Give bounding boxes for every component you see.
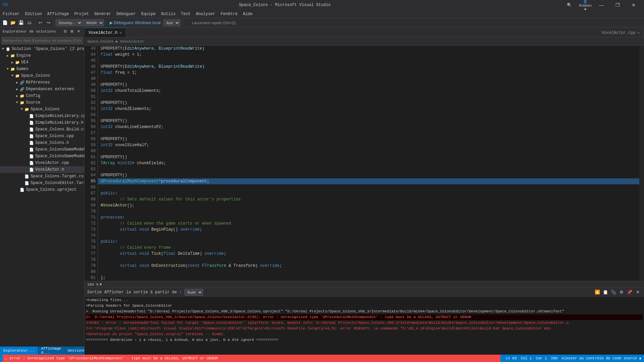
minimize-btn[interactable]: — [594, 0, 609, 10]
file-cpp[interactable]: ▶ 📄 Space_Colons.cpp [0, 133, 84, 139]
attach-selector[interactable]: Auto [163, 19, 180, 26]
sidebar-search-input[interactable] [1, 37, 83, 44]
search-toolbar-btn[interactable]: 🔍 [561, 0, 577, 10]
status-col[interactable]: Col 1 [521, 356, 532, 360]
quick-launch-btn[interactable]: Lancement rapide (Ctrl+Q) [184, 19, 244, 26]
menu-projet[interactable]: Projet [72, 10, 92, 18]
tab-voxelactor-cpp[interactable]: VoxelActor.cpp ✕ [598, 28, 644, 37]
games-node[interactable]: ▼ 📁 Games [0, 66, 84, 72]
menu-generer[interactable]: Générer [92, 10, 114, 18]
line-numbers: 4344454647484950515253545556575859606162… [85, 46, 98, 281]
file-icon-3: 📄 [29, 127, 34, 132]
menu-fenetre[interactable]: Fenêtre [218, 10, 240, 18]
config-label: Config [26, 94, 40, 98]
file-target-cs[interactable]: ▶ 📄 Space_Colons.Target.cs [0, 173, 84, 180]
source-node[interactable]: ▼ 📁 Source [0, 99, 84, 106]
line-number: 61 [85, 154, 98, 160]
space-colons-src-node[interactable]: ▼ 📁 Space_Colons [0, 106, 84, 113]
save-btn[interactable]: 💾 [17, 19, 25, 26]
menu-bar: Fichier Edition Affichage Projet Générer… [0, 10, 644, 18]
new-btn[interactable]: 📄 [1, 19, 9, 26]
status-source-control[interactable]: Ajouter au contrôle de code source ▲ [561, 356, 641, 360]
external-deps-node[interactable]: ▶ 🔗 Dépendances externes [0, 86, 84, 93]
code-line [98, 112, 639, 118]
output-clear-btn[interactable]: 🔼 [594, 289, 601, 296]
tab-close-1[interactable]: ✕ [119, 31, 122, 35]
file-simple-noise-cpp[interactable]: ▶ 📄 SimpleNoiseLibrary.cpp [0, 113, 84, 119]
menu-outils[interactable]: Outils [158, 10, 178, 18]
output-wrap-btn[interactable]: 📋 [602, 289, 609, 296]
solution-arrow: ▼ [1, 47, 5, 51]
code-line: UPROPERTY() [98, 100, 639, 106]
run-btn[interactable]: ▶ Débogueur Windows local [108, 19, 163, 26]
status-line[interactable]: Ln 65 [506, 356, 517, 360]
engine-node[interactable]: ▶ 📁 Engine [0, 52, 84, 59]
tab-label-1: VoxelActor.h [89, 31, 117, 35]
config-selector[interactable]: Develop... [56, 19, 83, 26]
save-all-btn[interactable]: 🗂 [25, 19, 33, 26]
redo-btn[interactable]: ↪ [45, 19, 52, 26]
code-line: }; [98, 275, 639, 281]
close-btn[interactable]: ✕ [626, 0, 641, 10]
file-label-1: SimpleNoiseLibrary.cpp [35, 114, 84, 118]
output-close-btn[interactable]: ✕ [634, 289, 641, 296]
tab-voxelactor-h[interactable]: VoxelActor.h ✕ [85, 28, 126, 37]
menu-aide[interactable]: Aide [240, 10, 255, 18]
output-settings-btn[interactable]: ⚙ [618, 289, 625, 296]
references-node[interactable]: ▶ 🔗 Références [0, 79, 84, 86]
title-bar: VS Space_Colons - Microsoft Visual Studi… [0, 0, 644, 10]
file-gamemode-cpp[interactable]: ▶ 📄 Space_ColonsGameModeBase.cpp [0, 146, 84, 153]
space-colons-src-label: Space_Colons [31, 107, 59, 112]
line-number: 71 [85, 215, 98, 221]
tab-label-2: VoxelActor.cpp [602, 31, 636, 35]
menu-fichier[interactable]: Fichier [0, 10, 22, 18]
account-btn[interactable]: 👤 Kristom ▼ [578, 0, 593, 10]
sidebar-header: Explorateur de solutions ⊟ ⊞ ✕ [0, 27, 84, 36]
space-colons-node[interactable]: ▼ 📁 Space_Colons [0, 72, 84, 79]
menu-analyser[interactable]: Analyser [193, 10, 218, 18]
external-deps-label: Dépendances externes [26, 87, 74, 92]
solution-node[interactable]: ▼ 📋 Solution 'Space_Colons' (2 projets) [0, 46, 84, 52]
ue4-node[interactable]: ▶ 📁 UE4 [0, 59, 84, 66]
line-number: 62 [85, 160, 98, 166]
code-area[interactable]: UPROPERTY(EditAnywhere, BlueprintReadWri… [98, 46, 639, 281]
menu-edition[interactable]: Edition [22, 10, 44, 18]
file-simple-noise-h[interactable]: ▶ 📄 SimpleNoiseLibrary.h [0, 119, 84, 126]
solution-label: Solution 'Space_Colons' (2 projets) [12, 47, 84, 51]
open-btn[interactable]: 📂 [9, 19, 17, 26]
file-editor-target-cs[interactable]: ▶ 📄 Space_ColonsEditor.Target.cs [0, 180, 84, 186]
menu-test[interactable]: Test [178, 10, 193, 18]
platform-selector[interactable]: Win64 [83, 19, 104, 26]
space-colons-src-arrow: ▼ [19, 108, 24, 111]
tab-close-2[interactable]: ✕ [637, 31, 640, 35]
menu-equipe[interactable]: Equipe [139, 10, 158, 18]
config-node[interactable]: ▶ 📁 Config [0, 93, 84, 99]
file-build-cs[interactable]: ▶ 📄 Space_Colons.Build.cs [0, 126, 84, 133]
file-voxel-cpp[interactable]: ▶ 📄 VoxelActor.cpp [0, 160, 84, 166]
line-number: 58 [85, 136, 98, 142]
collapse-all-btn[interactable]: ⊟ [62, 28, 68, 35]
tab-explorateur[interactable]: Explorateur... [0, 347, 38, 355]
line-number: 66 [85, 184, 98, 190]
zoom-control[interactable]: ▼ [100, 283, 102, 287]
close-sidebar-btn[interactable]: ✕ [75, 28, 82, 35]
file-gamemode-h[interactable]: ▶ 📄 Space_ColonsGameModeBase.h [0, 153, 84, 160]
menu-debogueur[interactable]: Déboguer [114, 10, 139, 18]
output-content[interactable]: >Compiling files...>Parsing headers for … [85, 297, 644, 355]
line-number: 81 [85, 275, 98, 281]
file-voxel-h[interactable]: ▶ 📄 VoxelActor.h [0, 166, 84, 173]
undo-btn[interactable]: ↩ [37, 19, 44, 26]
editor-breadcrumb: Space_Colons ▶ AVoxelActor [85, 38, 644, 46]
solution-tree: ▼ 📋 Solution 'Space_Colons' (2 projets) … [0, 46, 84, 347]
file-h[interactable]: ▶ 📄 Space_Colons.h [0, 139, 84, 146]
status-car[interactable]: Car 1 [536, 356, 547, 360]
restore-btn[interactable]: ❐ [610, 0, 625, 10]
output-source-selector[interactable]: Build [184, 289, 203, 296]
tab-affichage[interactable]: Affichage d... [38, 347, 64, 355]
file-uproject[interactable]: ▶ 📄 Space_Colons.uproject [0, 186, 84, 193]
output-copy-btn[interactable]: 📎 [610, 289, 617, 296]
properties-btn[interactable]: ⊞ [69, 28, 75, 35]
menu-affichage[interactable]: Affichage [45, 10, 72, 18]
status-ins[interactable]: INS [551, 356, 558, 360]
output-pin-btn[interactable]: 📌 [626, 289, 633, 296]
